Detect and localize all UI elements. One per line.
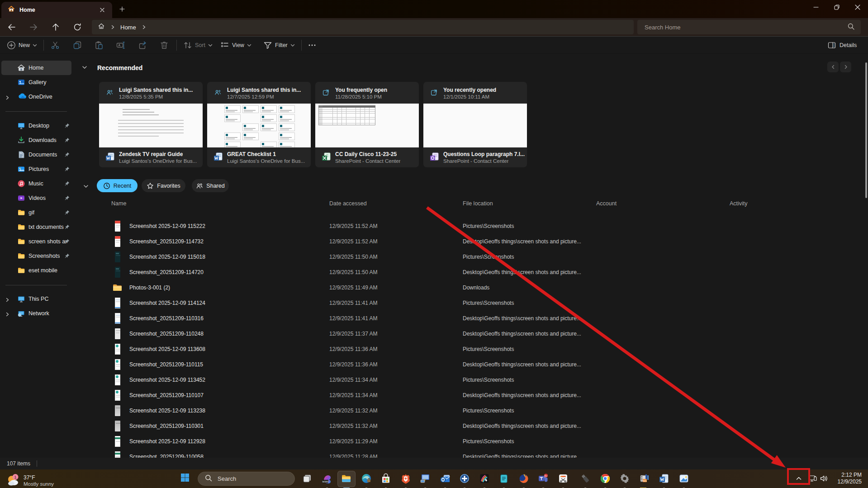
maximize-button[interactable] (826, 0, 847, 14)
firefox-app[interactable] (518, 473, 530, 484)
file-row[interactable]: Photos-3-001 (2)12/9/2025 11:49 AMDownlo… (106, 280, 865, 295)
file-row[interactable]: Screenshot 2025-12-09 11323812/9/2025 11… (106, 403, 865, 418)
recommended-section-header[interactable]: Recommended (82, 64, 142, 72)
file-row[interactable]: Screenshot_20251209-11010712/9/2025 11:3… (106, 388, 865, 403)
sidebar-item-gif[interactable]: gif (1, 205, 71, 220)
teams-app[interactable]: 9+ (537, 473, 549, 484)
file-explorer-app[interactable] (341, 473, 352, 484)
weather-widget[interactable]: 1 37°F Mostly sunny (6, 472, 54, 488)
column-header-activity[interactable]: Activity (730, 200, 748, 207)
taskbar-search[interactable]: Search (198, 472, 295, 486)
filter-pill-shared[interactable]: Shared (192, 179, 229, 192)
usb-drive-app[interactable] (579, 473, 591, 484)
file-row[interactable]: Screenshot 2025-12-09 11522212/9/2025 11… (106, 218, 865, 234)
tray-chevron-up-icon[interactable] (793, 473, 805, 484)
breadcrumb[interactable]: Home (92, 20, 634, 34)
minimize-button[interactable] (806, 0, 826, 14)
sidebar-item-this-pc[interactable]: This PC (1, 292, 71, 306)
details-button[interactable]: Details (828, 39, 857, 51)
up-button[interactable] (48, 20, 63, 34)
sidebar-item-eset-mobile[interactable]: eset mobile (1, 263, 71, 278)
close-button[interactable] (847, 0, 868, 14)
sidebar-item-onedrive[interactable]: OneDrive (1, 90, 71, 104)
copy-button[interactable] (73, 39, 82, 51)
refresh-button[interactable] (70, 20, 85, 34)
sidebar-item-downloads[interactable]: Downloads (1, 133, 71, 147)
column-header-date-accessed[interactable]: Date accessed (329, 200, 367, 207)
edge-app[interactable] (360, 473, 372, 484)
settings-app[interactable] (619, 473, 631, 484)
search-input[interactable]: Search Home (637, 20, 861, 34)
file-row[interactable]: Screenshot_20251209-11005812/9/2025 11:2… (106, 449, 865, 458)
paste-button[interactable] (95, 39, 104, 51)
file-row[interactable]: Screenshot 2025-12-09 11501812/9/2025 11… (106, 249, 865, 265)
chevron-right-icon[interactable] (5, 296, 11, 302)
eset-app[interactable] (459, 473, 470, 484)
file-row[interactable]: Screenshot_20251209-11472012/9/2025 11:5… (106, 265, 865, 280)
sidebar-item-screen-shots-anc[interactable]: screen shots anc (1, 234, 71, 249)
filter-pill-recent[interactable]: Recent (97, 179, 138, 192)
outlook-app[interactable] (439, 473, 451, 484)
recommended-card[interactable]: Luigi Santos shared this in... 12/7/2025… (207, 82, 311, 167)
recommended-card[interactable]: You recently opened 12/1/2025 10:11 AM Q… (423, 82, 527, 167)
volume-icon[interactable] (818, 473, 830, 484)
file-row[interactable]: Screenshot 2025-12-09 11292812/9/2025 11… (106, 434, 865, 449)
start-button[interactable] (179, 473, 191, 484)
scroll-left-button[interactable] (827, 62, 839, 72)
filter-pill-favorites[interactable]: Favorites (142, 179, 185, 192)
sidebar-item-network[interactable]: Network (1, 306, 71, 321)
sidebar-item-videos[interactable]: Videos (1, 191, 71, 205)
sidebar-item-screenshots[interactable]: Screenshots (1, 249, 71, 263)
designer-app[interactable] (479, 473, 490, 484)
forward-button[interactable] (26, 20, 41, 34)
taskbar-clock[interactable]: 2:12 PM 12/9/2025 (838, 472, 862, 485)
sidebar-item-home[interactable]: Home (1, 61, 71, 75)
more-options-button[interactable] (308, 39, 317, 51)
file-row[interactable]: Screenshot_20251209-11473212/9/2025 11:5… (106, 234, 865, 249)
snipping-tool-app[interactable] (557, 473, 569, 484)
file-row[interactable]: Screenshot_20251209-11011512/9/2025 11:3… (106, 357, 865, 372)
cut-button[interactable] (51, 39, 60, 51)
column-header-file-location[interactable]: File location (463, 200, 493, 207)
close-tab-icon[interactable] (97, 5, 108, 15)
sidebar-item-pictures[interactable]: Pictures (1, 162, 71, 176)
recommended-card[interactable]: You frequently open 11/28/2025 5:10 PM C… (315, 82, 419, 167)
file-row[interactable]: Screenshot 2025-12-09 11412412/9/2025 11… (106, 295, 865, 311)
file-row[interactable]: Screenshot_20251209-11031612/9/2025 11:4… (106, 311, 865, 326)
notepad-app[interactable] (498, 473, 510, 484)
new-button[interactable]: New (7, 39, 37, 51)
sidebar-item-gallery[interactable]: Gallery (1, 75, 71, 90)
task-view-button[interactable] (301, 473, 313, 484)
delete-button[interactable] (160, 39, 169, 51)
tab-home[interactable]: Home (1, 2, 112, 18)
share-button[interactable] (138, 39, 147, 51)
rename-button[interactable] (116, 39, 125, 51)
brave-app[interactable] (400, 473, 412, 484)
sidebar-item-music[interactable]: Music (1, 176, 71, 191)
filter-button[interactable]: Filter (263, 39, 295, 51)
remote-desktop-app[interactable] (419, 473, 431, 484)
file-row[interactable]: Screenshot_20251209-11030112/9/2025 11:3… (106, 418, 865, 434)
chevron-right-icon[interactable] (5, 310, 11, 317)
new-tab-button[interactable] (117, 4, 128, 14)
recommended-card[interactable]: Luigi Santos shared this in... 12/8/2025… (99, 82, 203, 167)
file-row[interactable]: Screenshot 2025-12-09 11345212/9/2025 11… (106, 372, 865, 388)
scroll-right-button[interactable] (840, 62, 851, 72)
view-button[interactable]: View (220, 39, 251, 51)
sidebar-item-desktop[interactable]: Desktop (1, 118, 71, 133)
sidebar-item-documents[interactable]: Documents (1, 147, 71, 162)
column-header-account[interactable]: Account (596, 200, 617, 207)
back-button[interactable] (5, 20, 19, 34)
file-row[interactable]: Screenshot 2025-12-09 11360812/9/2025 11… (106, 341, 865, 357)
word-app[interactable] (658, 473, 670, 484)
chevron-right-icon[interactable] (5, 94, 11, 100)
sidebar-item-txt-documents[interactable]: txt documents (1, 220, 71, 234)
network-icon[interactable] (807, 473, 819, 484)
photos-app[interactable] (678, 473, 690, 484)
sort-button[interactable]: Sort (183, 39, 213, 51)
column-header-name[interactable]: Name (111, 200, 126, 207)
file-row[interactable]: Screenshot_20251209-11024812/9/2025 11:3… (106, 326, 865, 341)
vertical-scrollbar[interactable] (865, 62, 867, 198)
media-player-app[interactable]: 321 (639, 473, 650, 484)
m365-copilot-app[interactable]: M365 (321, 473, 333, 484)
